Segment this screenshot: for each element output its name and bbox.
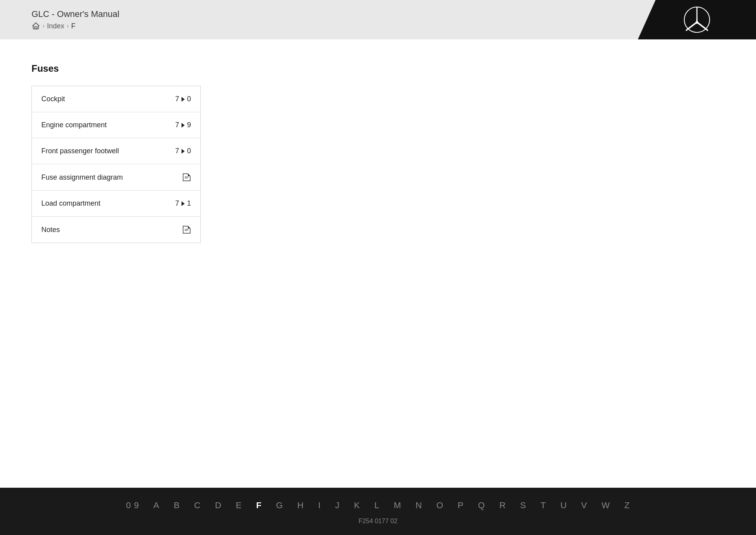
breadcrumb-current: F [71,22,76,30]
header-left: GLC - Owner's Manual › Index › F [0,9,119,30]
breadcrumb-index[interactable]: Index [47,22,64,30]
row-label-notes: Notes [41,226,60,234]
home-icon [32,22,40,30]
svg-marker-9 [182,97,185,102]
alpha-d[interactable]: D [208,498,229,513]
svg-marker-16 [182,201,185,206]
header-logo [638,0,756,39]
svg-point-8 [696,21,699,24]
alpha-b[interactable]: B [167,498,187,513]
row-label-front-passenger-footwell: Front passenger footwell [41,147,119,155]
breadcrumb-sep-2: › [67,22,69,30]
alpha-a[interactable]: A [146,498,167,513]
alpha-o[interactable]: O [429,498,450,513]
link-icon-notes [182,225,191,234]
alpha-09[interactable]: 0 9 [119,498,146,513]
row-page-engine-compartment: 79 [175,121,191,129]
alpha-n[interactable]: N [408,498,429,513]
svg-marker-17 [183,226,190,233]
index-row-cockpit[interactable]: Cockpit 70 [32,86,200,112]
document-code: F254 0177 02 [359,518,398,525]
main-content: Fuses Cockpit 70 Engine compartment 79 F… [0,39,756,488]
row-label-fuse-assignment-diagram: Fuse assignment diagram [41,173,123,182]
index-row-notes[interactable]: Notes [32,217,200,243]
breadcrumb-sep-1: › [43,22,44,30]
alpha-k[interactable]: K [347,498,367,513]
document-title: GLC - Owner's Manual [32,9,119,19]
page-arrow-icon [180,148,186,154]
alphabet-row: 0 9 A B C D E F G H I J K L M N O P Q R … [0,498,756,513]
alpha-h[interactable]: H [290,498,311,513]
mercedes-star-icon [683,6,711,33]
row-page-fuse-assignment-diagram [182,173,191,182]
page-arrow-icon [180,201,186,207]
link-icon [182,173,191,182]
alpha-z[interactable]: Z [617,498,637,513]
alpha-w[interactable]: W [595,498,617,513]
page-arrow-icon [180,96,186,102]
row-label-load-compartment: Load compartment [41,199,100,208]
alpha-j[interactable]: J [328,498,347,513]
alpha-q[interactable]: Q [471,498,492,513]
alpha-t[interactable]: T [534,498,553,513]
row-label-engine-compartment: Engine compartment [41,121,107,129]
row-page-cockpit: 70 [175,95,191,103]
row-page-load-compartment: 71 [175,199,191,208]
index-row-load-compartment[interactable]: Load compartment 71 [32,191,200,217]
index-table: Cockpit 70 Engine compartment 79 Front p… [32,86,201,243]
alpha-i[interactable]: I [311,498,328,513]
svg-marker-11 [182,149,185,154]
alpha-p[interactable]: P [450,498,471,513]
alpha-v[interactable]: V [574,498,595,513]
page-arrow-icon [180,122,186,128]
alpha-u[interactable]: U [553,498,574,513]
index-row-front-passenger-footwell[interactable]: Front passenger footwell 70 [32,138,200,164]
svg-marker-13 [188,174,190,176]
breadcrumb: › Index › F [32,22,119,30]
row-label-cockpit: Cockpit [41,95,65,103]
section-title: Fuses [32,63,724,74]
index-row-engine-compartment[interactable]: Engine compartment 79 [32,112,200,138]
header: GLC - Owner's Manual › Index › F [0,0,756,39]
index-row-fuse-assignment-diagram[interactable]: Fuse assignment diagram [32,164,200,191]
alpha-c[interactable]: C [187,498,208,513]
svg-marker-10 [182,123,185,128]
alpha-e[interactable]: E [229,498,249,513]
bottom-navigation: 0 9 A B C D E F G H I J K L M N O P Q R … [0,488,756,535]
row-page-notes [182,225,191,234]
alpha-m[interactable]: M [387,498,408,513]
svg-marker-12 [183,174,190,181]
row-page-front-passenger-footwell: 70 [175,147,191,155]
breadcrumb-home[interactable] [32,22,40,30]
alpha-f[interactable]: F [249,498,269,513]
alpha-l[interactable]: L [367,498,387,513]
svg-rect-0 [35,27,37,29]
alpha-g[interactable]: G [269,498,290,513]
alpha-r[interactable]: R [492,498,513,513]
alpha-s[interactable]: S [513,498,534,513]
